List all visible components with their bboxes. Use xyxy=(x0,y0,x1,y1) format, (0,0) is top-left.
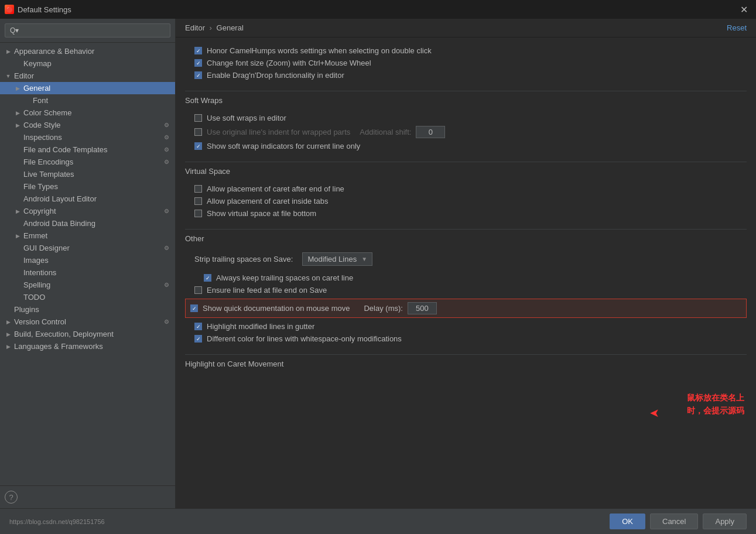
label-allow-after-end: Allow placement of caret after end of li… xyxy=(207,184,344,193)
collapse-arrow xyxy=(5,48,12,55)
section-soft-wraps: Soft Wraps Use soft wraps in editor Use … xyxy=(185,96,747,152)
label-different-color: Different color for lines with whitespac… xyxy=(207,334,402,343)
leaf-arrow xyxy=(14,196,21,203)
sidebar-item-android-layout-editor[interactable]: Android Layout Editor xyxy=(0,193,175,205)
settings-icon: ⚙ xyxy=(162,134,170,142)
label-enable-dragndrop: Enable Drag'n'Drop functionality in edit… xyxy=(207,71,344,80)
sidebar: Appearance & Behavior Keymap Editor Gene… xyxy=(0,19,176,508)
sidebar-item-version-control[interactable]: Version Control ⚙ xyxy=(0,316,175,328)
setting-use-soft-wraps: Use soft wraps in editor xyxy=(185,112,747,124)
leaf-arrow xyxy=(23,97,30,104)
dropdown-strip-trailing[interactable]: Modified Lines ▼ xyxy=(302,252,372,266)
collapse-arrow xyxy=(14,85,21,92)
checkbox-change-font-size[interactable] xyxy=(194,59,202,67)
sidebar-item-languages-frameworks[interactable]: Languages & Frameworks xyxy=(0,340,175,352)
sidebar-item-todo[interactable]: TODO xyxy=(0,291,175,303)
sidebar-item-android-data-binding[interactable]: Android Data Binding xyxy=(0,217,175,230)
setting-change-font-size: Change font size (Zoom) with Ctrl+Mouse … xyxy=(185,57,747,69)
checkbox-show-soft-wrap-indicators[interactable] xyxy=(194,142,202,150)
label-delay-ms: Delay (ms): xyxy=(364,304,402,313)
checkbox-use-original-indent[interactable] xyxy=(194,128,202,136)
sidebar-item-gui-designer[interactable]: GUI Designer ⚙ xyxy=(0,242,175,254)
section-top-checkboxes: Honor CamelHumps words settings when sel… xyxy=(185,44,747,81)
search-box xyxy=(0,19,175,43)
sidebar-item-label: Copyright xyxy=(23,207,160,215)
leaf-arrow xyxy=(14,220,21,227)
sidebar-item-file-types[interactable]: File Types xyxy=(0,180,175,193)
checkbox-use-soft-wraps[interactable] xyxy=(194,114,202,122)
sidebar-item-file-code-templates[interactable]: File and Code Templates ⚙ xyxy=(0,143,175,156)
title-bar-left: 🔴 Default Settings xyxy=(5,5,71,14)
label-always-keep-trailing: Always keep trailing spaces on caret lin… xyxy=(216,273,353,282)
setting-show-soft-wrap-indicators: Show soft wrap indicators for current li… xyxy=(185,140,747,152)
leaf-arrow xyxy=(14,269,21,276)
sidebar-item-code-style[interactable]: Code Style ⚙ xyxy=(0,119,175,131)
sidebar-item-build-execution[interactable]: Build, Execution, Deployment xyxy=(0,328,175,340)
sidebar-item-file-encodings[interactable]: File Encodings ⚙ xyxy=(0,156,175,168)
content-scroll: Honor CamelHumps words settings when sel… xyxy=(176,37,756,508)
reset-button[interactable]: Reset xyxy=(727,23,747,32)
setting-different-color: Different color for lines with whitespac… xyxy=(185,333,747,345)
setting-highlight-modified: Highlight modified lines in gutter xyxy=(185,320,747,333)
sidebar-item-font[interactable]: Font xyxy=(0,94,175,107)
cancel-button[interactable]: Cancel xyxy=(650,514,698,529)
sidebar-item-plugins[interactable]: Plugins xyxy=(0,303,175,316)
input-delay-ms[interactable] xyxy=(408,302,437,314)
sidebar-item-label: Plugins xyxy=(14,305,170,314)
label-use-original-indent: Use original line's indent for wrapped p… xyxy=(207,128,350,136)
sidebar-item-general[interactable]: General xyxy=(0,82,175,94)
sidebar-item-appearance[interactable]: Appearance & Behavior xyxy=(0,45,175,57)
sidebar-item-label: Code Style xyxy=(23,121,160,129)
label-show-quick-doc: Show quick documentation on mouse move xyxy=(203,304,350,313)
sidebar-item-label: Editor xyxy=(14,71,170,80)
sidebar-item-label: Color Scheme xyxy=(23,108,170,117)
checkbox-highlight-modified[interactable] xyxy=(194,323,202,330)
sidebar-item-color-scheme[interactable]: Color Scheme xyxy=(0,107,175,119)
setting-use-original-indent: Use original line's indent for wrapped p… xyxy=(185,124,747,140)
close-button[interactable]: ✕ xyxy=(737,3,751,16)
sidebar-item-emmet[interactable]: Emmet xyxy=(0,230,175,242)
section-highlight-caret: Highlight on Caret Movement xyxy=(185,360,747,371)
leaf-arrow xyxy=(14,183,21,190)
input-additional-shift[interactable] xyxy=(416,126,445,138)
url-label: https://blog.csdn.net/q982151756 xyxy=(9,518,605,525)
section-virtual-space: Virtual Space Allow placement of caret a… xyxy=(185,167,747,220)
setting-always-keep-trailing: Always keep trailing spaces on caret lin… xyxy=(185,272,747,284)
dropdown-value: Modified Lines xyxy=(307,255,357,263)
checkbox-allow-after-end[interactable] xyxy=(194,185,202,193)
sidebar-item-images[interactable]: Images xyxy=(0,254,175,266)
sidebar-item-intentions[interactable]: Intentions xyxy=(0,266,175,279)
sidebar-item-label: Appearance & Behavior xyxy=(14,47,170,56)
setting-allow-inside-tabs: Allow placement of caret inside tabs xyxy=(185,195,747,207)
checkbox-always-keep-trailing[interactable] xyxy=(204,274,211,282)
breadcrumb: Editor › General xyxy=(185,23,244,32)
sidebar-item-label: Android Layout Editor xyxy=(23,194,170,203)
checkbox-enable-dragndrop[interactable] xyxy=(194,71,202,79)
sidebar-item-live-templates[interactable]: Live Templates xyxy=(0,168,175,180)
strip-trailing-row: Strip trailing spaces on Save: Modified … xyxy=(185,250,747,268)
checkbox-show-quick-doc[interactable] xyxy=(190,304,198,312)
ok-button[interactable]: OK xyxy=(610,514,645,529)
leaf-arrow xyxy=(14,282,21,289)
sidebar-item-inspections[interactable]: Inspections ⚙ xyxy=(0,131,175,143)
checkbox-allow-inside-tabs[interactable] xyxy=(194,197,202,205)
sidebar-item-label: Inspections xyxy=(23,133,160,142)
divider-2 xyxy=(185,162,747,162)
sidebar-item-editor[interactable]: Editor xyxy=(0,70,175,82)
search-input[interactable] xyxy=(5,23,170,37)
section-title-soft-wraps: Soft Wraps xyxy=(185,96,747,107)
leaf-arrow xyxy=(14,146,21,153)
checkbox-different-color[interactable] xyxy=(194,335,202,343)
checkbox-honor-camelhumps[interactable] xyxy=(194,47,202,54)
collapse-arrow xyxy=(5,343,12,350)
help-button[interactable]: ? xyxy=(5,491,18,504)
checkbox-ensure-line-feed[interactable] xyxy=(194,286,202,294)
sidebar-item-keymap[interactable]: Keymap xyxy=(0,57,175,70)
checkbox-show-virtual-space[interactable] xyxy=(194,210,202,217)
sidebar-item-spelling[interactable]: Spelling ⚙ xyxy=(0,279,175,291)
section-title-highlight-caret: Highlight on Caret Movement xyxy=(185,360,747,371)
sidebar-item-copyright[interactable]: Copyright ⚙ xyxy=(0,205,175,217)
apply-button[interactable]: Apply xyxy=(703,514,747,529)
sidebar-item-label: General xyxy=(23,84,170,93)
leaf-arrow xyxy=(14,60,21,67)
